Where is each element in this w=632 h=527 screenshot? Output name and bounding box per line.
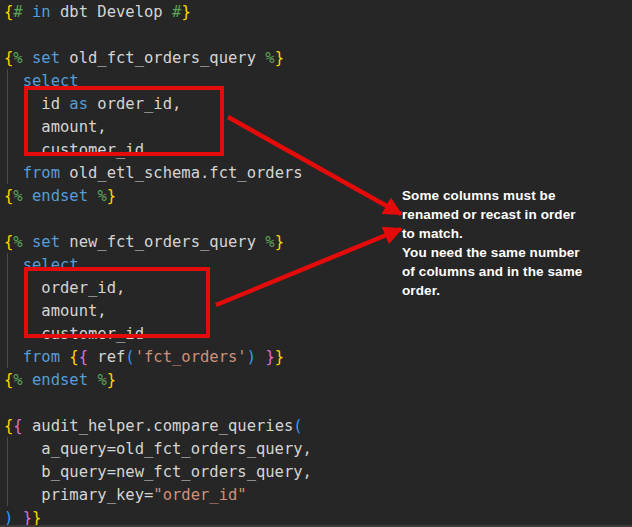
code-token-green: % bbox=[13, 49, 22, 67]
code-token-txt bbox=[256, 348, 265, 366]
code-line: a_query=old_fct_orders_query, bbox=[4, 438, 312, 461]
code-line: from {{ ref('fct_orders') }} bbox=[4, 346, 312, 369]
code-line: primary_key="order_id" bbox=[4, 484, 312, 507]
code-token-gold: } bbox=[181, 3, 190, 21]
code-token-green: # bbox=[13, 3, 22, 21]
code-token-pink: { bbox=[13, 417, 22, 435]
code-token-txt: a_query=old_fct_orders_query, bbox=[4, 440, 312, 458]
code-token-gold: { bbox=[4, 417, 13, 435]
code-line: b_query=new_fct_orders_query, bbox=[4, 461, 312, 484]
code-token-gold: } bbox=[275, 233, 284, 251]
code-token-blue: ) bbox=[247, 348, 256, 366]
code-token-gold: { bbox=[69, 348, 78, 366]
code-line: {% set new_fct_orders_query %} bbox=[4, 231, 312, 254]
code-token-gold: { bbox=[4, 371, 13, 389]
code-token-txt bbox=[23, 3, 32, 21]
highlight-box-new-columns bbox=[24, 267, 210, 338]
code-line: from old_etl_schema.fct_orders bbox=[4, 162, 312, 185]
code-token-pink: { bbox=[79, 348, 88, 366]
code-token-txt bbox=[88, 371, 97, 389]
code-line: {{ audit_helper.compare_queries( bbox=[4, 415, 312, 438]
code-token-txt bbox=[4, 72, 23, 90]
annotation-line: Some columns must be bbox=[402, 186, 582, 205]
code-token-green: % bbox=[13, 233, 22, 251]
code-token-txt: primary_key= bbox=[4, 486, 153, 504]
code-token-gold: } bbox=[275, 348, 284, 366]
code-token-green: % bbox=[13, 371, 22, 389]
code-line: {% endset %} bbox=[4, 369, 312, 392]
annotation-line: to match. bbox=[402, 224, 582, 243]
code-editor[interactable]: {# in dbt Develop #} {% set old_fct_orde… bbox=[4, 1, 312, 527]
code-token-txt: old_fct_orders_query bbox=[60, 49, 265, 67]
code-line: {% set old_fct_orders_query %} bbox=[4, 47, 312, 70]
code-token-blue: ( bbox=[125, 348, 134, 366]
dbt-develop-code-screenshot: {# in dbt Develop #} {% set old_fct_orde… bbox=[0, 0, 632, 527]
code-token-txt bbox=[4, 164, 23, 182]
code-token-gold: { bbox=[4, 49, 13, 67]
code-token-txt bbox=[23, 371, 32, 389]
code-line: {# in dbt Develop #} bbox=[4, 1, 312, 24]
code-token-kw: from bbox=[23, 164, 60, 182]
annotation-line: You need the same number bbox=[402, 243, 582, 262]
code-token-green: % bbox=[265, 233, 274, 251]
code-lines: {# in dbt Develop #} {% set old_fct_orde… bbox=[4, 1, 312, 527]
code-line: ) }} bbox=[4, 507, 312, 527]
code-token-txt bbox=[4, 348, 23, 366]
code-token-str: "order_id" bbox=[153, 486, 246, 504]
code-line: {% endset %} bbox=[4, 185, 312, 208]
code-token-kw: endset bbox=[32, 187, 88, 205]
code-token-green: % bbox=[97, 187, 106, 205]
code-token-txt: old_etl_schema.fct_orders bbox=[60, 164, 303, 182]
code-token-gold: { bbox=[4, 3, 13, 21]
code-token-gold: } bbox=[107, 371, 116, 389]
code-token-gold: } bbox=[275, 49, 284, 67]
code-token-txt: dbt Develop bbox=[51, 3, 172, 21]
code-token-txt: new_fct_orders_query bbox=[60, 233, 265, 251]
code-token-txt bbox=[23, 187, 32, 205]
code-token-txt: b_query=new_fct_orders_query, bbox=[4, 463, 312, 481]
code-token-blue: ( bbox=[293, 417, 302, 435]
code-token-green: # bbox=[172, 3, 181, 21]
code-token-gold: { bbox=[4, 187, 13, 205]
code-token-gold: } bbox=[107, 187, 116, 205]
code-token-pink: } bbox=[265, 348, 274, 366]
code-token-txt: audit_helper.compare_queries bbox=[23, 417, 294, 435]
code-token-txt bbox=[23, 49, 32, 67]
code-line bbox=[4, 208, 312, 231]
code-token-txt bbox=[60, 348, 69, 366]
code-token-txt bbox=[88, 187, 97, 205]
highlight-box-old-columns bbox=[24, 86, 224, 156]
code-token-green: % bbox=[265, 49, 274, 67]
code-token-txt bbox=[4, 256, 23, 274]
code-token-kw: set bbox=[32, 233, 60, 251]
code-token-green: % bbox=[13, 187, 22, 205]
annotation-note: Some columns must be renamed or recast i… bbox=[402, 186, 582, 300]
code-line bbox=[4, 24, 312, 47]
code-token-str: 'fct_orders' bbox=[135, 348, 247, 366]
code-token-txt: ref bbox=[88, 348, 125, 366]
code-token-kw: endset bbox=[32, 371, 88, 389]
code-token-kw: in bbox=[32, 3, 51, 21]
code-line bbox=[4, 392, 312, 415]
annotation-line: of columns and in the same bbox=[402, 262, 582, 281]
annotation-line: renamed or recast in order bbox=[402, 205, 582, 224]
code-token-kw: from bbox=[23, 348, 60, 366]
code-token-gold: { bbox=[4, 233, 13, 251]
code-token-green: % bbox=[97, 371, 106, 389]
annotation-line: order. bbox=[402, 281, 582, 300]
code-token-kw: set bbox=[32, 49, 60, 67]
code-token-txt bbox=[23, 233, 32, 251]
